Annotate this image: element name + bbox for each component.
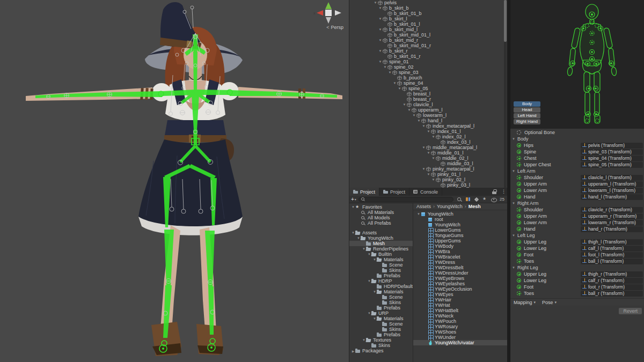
- hierarchy-bone-row[interactable]: pinky_03_l: [349, 182, 507, 188]
- hierarchy-bone-row[interactable]: breast_l: [349, 91, 507, 97]
- bone-object-field[interactable]: calf_l (Transform): [581, 246, 643, 252]
- project-tree-row[interactable]: All Materials: [349, 210, 413, 215]
- avatar-part-tab[interactable]: Right Hand: [514, 119, 540, 124]
- project-tree-row[interactable]: Skins: [349, 268, 413, 273]
- expand-arrow-icon[interactable]: ▼: [378, 16, 383, 21]
- panel-tab[interactable]: Project: [379, 188, 409, 196]
- project-tree-row[interactable]: All Models: [349, 215, 413, 220]
- expand-arrow-icon[interactable]: ▼: [378, 5, 383, 11]
- asset-list-row[interactable]: TongueGums: [413, 233, 507, 238]
- asset-list-row[interactable]: YWShoes: [413, 329, 507, 335]
- project-tree-row[interactable]: Skins: [349, 300, 413, 305]
- hierarchy-bone-row[interactable]: ▼ pelvis: [349, 0, 507, 5]
- hierarchy-bone-row[interactable]: ▼ spine_01: [349, 59, 507, 64]
- breadcrumb-item[interactable]: Assets: [416, 204, 431, 209]
- bone-mapping-row[interactable]: Shoulder clavicle_r (Transform): [510, 206, 644, 213]
- mapping-dropdown[interactable]: Mapping: [514, 300, 536, 305]
- asset-list-row[interactable]: YWEyelashes: [413, 281, 507, 286]
- expand-arrow-icon[interactable]: ▼: [431, 156, 436, 161]
- hierarchy-bone-row[interactable]: ▼ spine_02: [349, 64, 507, 70]
- bone-mapping-row[interactable]: Lower Leg calf_r (Transform): [510, 277, 644, 284]
- kebab-menu-icon[interactable]: [500, 189, 505, 194]
- project-tree-row[interactable]: ▼ HDRP: [349, 278, 413, 284]
- hierarchy-bone-row[interactable]: ▼ b_skirt_l: [349, 16, 507, 21]
- hierarchy-bone-row[interactable]: middle_03_l: [349, 161, 507, 166]
- scrollbar-thumb[interactable]: [504, 0, 507, 42]
- avatar-part-tab[interactable]: Body: [514, 101, 540, 107]
- hierarchy-bone-row[interactable]: ▼ lowerarm_l: [349, 113, 507, 118]
- hierarchy-bone-row[interactable]: ▼ middle_02_l: [349, 156, 507, 161]
- project-tree-row[interactable]: HDRPDefaultReso: [349, 284, 413, 289]
- bone-mapping-row[interactable]: Lower Arm lowerarm_l (Transform): [510, 187, 644, 194]
- avatar-part-tab[interactable]: Left Hand: [514, 113, 540, 119]
- bone-object-field[interactable]: thigh_l (Transform): [581, 239, 643, 245]
- bone-mapping-row[interactable]: Hand hand_r (Transform): [510, 226, 644, 232]
- project-tree-row[interactable]: Skins: [349, 343, 413, 348]
- expand-arrow-icon[interactable]: ▼: [402, 102, 407, 107]
- hierarchy-bone-row[interactable]: ▼ index_02_l: [349, 134, 507, 139]
- hierarchy-bone-row[interactable]: ▼ b_skirt_r: [349, 48, 507, 54]
- asset-list-row[interactable]: UpperGums: [413, 238, 507, 243]
- expand-arrow-icon[interactable]: ▼: [378, 59, 383, 64]
- bone-mapping-row[interactable]: Upper Chest spine_05 (Transform): [510, 161, 644, 168]
- bone-object-field[interactable]: calf_r (Transform): [581, 278, 643, 284]
- project-tree-row[interactable]: ▶ Packages: [349, 348, 413, 353]
- bone-object-field[interactable]: hand_l (Transform): [581, 194, 643, 200]
- expand-arrow-icon[interactable]: ▼: [397, 86, 402, 91]
- bone-object-field[interactable]: spine_04 (Transform): [581, 156, 643, 161]
- expand-arrow-icon[interactable]: ▼: [378, 38, 383, 43]
- expand-arrow-icon[interactable]: ▼: [421, 123, 426, 129]
- expand-arrow-icon[interactable]: ▶: [351, 349, 355, 353]
- expand-arrow-icon[interactable]: ▼: [351, 205, 355, 209]
- asset-list-row[interactable]: YWEyes: [413, 292, 507, 297]
- search-by-label-icon[interactable]: [474, 197, 479, 202]
- breadcrumb-item[interactable]: YoungWitch: [437, 204, 463, 209]
- hierarchy-bone-row[interactable]: index_03_l: [349, 139, 507, 145]
- asset-list-row[interactable]: YWBody: [413, 243, 507, 249]
- bone-mapping-row[interactable]: Foot foot_r (Transform): [510, 284, 644, 290]
- asset-list-row[interactable]: YWEyeOcclusion: [413, 286, 507, 292]
- project-tree-row[interactable]: ▼ Materials: [349, 316, 413, 321]
- project-tree-row[interactable]: ▼ Textures: [349, 337, 413, 343]
- hierarchy-scrollbar[interactable]: [504, 0, 507, 188]
- bone-object-field[interactable]: clavicle_r (Transform): [581, 207, 643, 213]
- hierarchy-bone-row[interactable]: b_skirt_01_r: [349, 54, 507, 59]
- asset-list-row[interactable]: YWHat: [413, 302, 507, 308]
- hierarchy-bone-row[interactable]: ▼ spine_05: [349, 86, 507, 91]
- bone-object-field[interactable]: ball_r (Transform): [581, 291, 643, 297]
- bone-mapping-row[interactable]: Upper Leg thigh_r (Transform): [510, 271, 644, 277]
- expand-arrow-icon[interactable]: ▼: [421, 145, 426, 150]
- bone-mapping-row[interactable]: Foot foot_l (Transform): [510, 252, 644, 258]
- asset-list-row[interactable]: YoungWitch: [413, 222, 507, 227]
- expand-arrow-icon[interactable]: ▼: [373, 0, 378, 5]
- bone-mapping-row[interactable]: Spine spine_03 (Transform): [510, 149, 644, 155]
- asset-list-row[interactable]: LowerGums: [413, 227, 507, 233]
- scene-view[interactable]: x Persp: [0, 0, 349, 362]
- hierarchy-bone-row[interactable]: ▼ index_01_l: [349, 129, 507, 134]
- projection-mode-toggle[interactable]: Persp: [326, 25, 343, 30]
- project-tree-row[interactable]: ▼ Materials: [349, 257, 413, 262]
- project-tree-row[interactable]: Scene: [349, 262, 413, 268]
- project-tree-row[interactable]: ▼ RenderPipelines: [349, 246, 413, 252]
- add-asset-button[interactable]: +: [351, 196, 356, 202]
- expand-arrow-icon[interactable]: ▼: [378, 27, 383, 32]
- expand-arrow-icon[interactable]: ▼: [392, 80, 397, 86]
- bone-object-field[interactable]: upperarm_l (Transform): [581, 181, 643, 187]
- asset-list-row[interactable]: YWBracelet: [413, 254, 507, 260]
- project-tree-row[interactable]: Skins: [349, 327, 413, 332]
- asset-list-row[interactable]: YWHair: [413, 297, 507, 302]
- expand-arrow-icon[interactable]: ▼: [421, 166, 426, 172]
- hierarchy-bone-row[interactable]: ▼ index_metacarpal_l: [349, 123, 507, 129]
- bone-mapping-row[interactable]: Upper Arm upperarm_l (Transform): [510, 181, 644, 187]
- asset-list-row[interactable]: YWDress: [413, 260, 507, 265]
- project-tree-row[interactable]: Prefabs: [349, 305, 413, 311]
- expand-arrow-icon[interactable]: ▼: [378, 48, 383, 54]
- bone-mapping-row[interactable]: Upper Leg thigh_l (Transform): [510, 239, 644, 245]
- panel-tab[interactable]: Project: [349, 188, 379, 196]
- bone-mapping-row[interactable]: Toes ball_l (Transform): [510, 258, 644, 264]
- bone-object-field[interactable]: lowerarm_r (Transform): [581, 220, 643, 226]
- bone-mapping-row[interactable]: Hand hand_l (Transform): [510, 194, 644, 200]
- project-tree-row[interactable]: ▼ YoungWitch: [349, 235, 413, 241]
- asset-list-row[interactable]: YWPouch: [413, 319, 507, 324]
- bone-object-field[interactable]: foot_r (Transform): [581, 284, 643, 290]
